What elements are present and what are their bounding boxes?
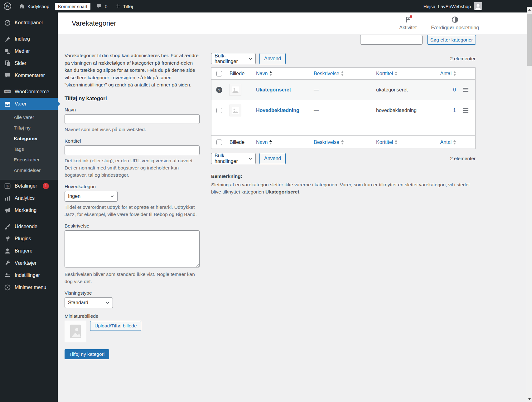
- vertical-scrollbar[interactable]: [527, 7, 532, 402]
- category-name-link[interactable]: Ukategoriseret: [256, 87, 291, 92]
- search-categories-button[interactable]: Søg efter kategorier: [427, 35, 476, 45]
- apply-button-bottom[interactable]: Anvend: [259, 153, 286, 164]
- sidebar-item-posts[interactable]: Indlæg: [0, 33, 58, 45]
- sidebar-item-marketing[interactable]: Marketing: [0, 204, 58, 216]
- default-category-help-icon[interactable]: ?: [216, 87, 222, 93]
- comment-count: 0: [105, 4, 107, 9]
- brush-icon: [4, 223, 11, 230]
- column-footer-description[interactable]: Beskrivelse: [311, 140, 374, 145]
- column-footer-count[interactable]: Antal: [439, 140, 457, 145]
- column-footer-image: Billede: [227, 140, 254, 145]
- upload-image-button[interactable]: Upload/Tilføj billede: [90, 321, 141, 331]
- sidebar-collapse-menu[interactable]: Minimer menu: [0, 281, 58, 293]
- scroll-down-arrow[interactable]: [527, 396, 532, 402]
- column-header-slug[interactable]: Korttitel: [374, 71, 439, 76]
- bulk-actions-select-bottom[interactable]: Bulk-handlinger: [211, 153, 256, 164]
- payments-icon: $: [4, 183, 11, 189]
- sort-arrows-icon: [453, 71, 456, 76]
- sort-arrows-icon: [341, 71, 344, 76]
- sidebar-item-appearance[interactable]: Udseende: [0, 220, 58, 233]
- chevron-down-icon: [110, 194, 114, 198]
- add-category-submit-button[interactable]: Tilføj ny kategori: [65, 349, 109, 359]
- sidebar-item-analytics[interactable]: Analytics: [0, 192, 58, 204]
- sort-arrows-icon: [395, 71, 397, 76]
- slug-input[interactable]: [65, 145, 200, 155]
- column-header-name[interactable]: Navn: [254, 71, 311, 76]
- parent-category-select[interactable]: Ingen: [65, 191, 118, 202]
- sidebar-item-label: Plugins: [15, 236, 31, 242]
- scroll-up-arrow[interactable]: [527, 7, 532, 12]
- category-count-link[interactable]: 1: [453, 108, 456, 113]
- sidebar-item-users[interactable]: Brugere: [0, 245, 58, 257]
- row-checkbox[interactable]: [216, 108, 222, 113]
- new-content-menu[interactable]: Tilføj: [111, 0, 137, 12]
- sidebar-item-label: Medier: [15, 48, 30, 54]
- user-greeting[interactable]: Hejsa, LavEnWebshop: [423, 4, 471, 9]
- sidebar-item-comments[interactable]: Kommentarer: [0, 69, 58, 81]
- table-header-row: Billede Navn Beskrivelse Korttitel Antal: [211, 68, 475, 80]
- form-heading: Tilføj ny kategori: [65, 96, 200, 102]
- sidebar-item-media[interactable]: Medier: [0, 45, 58, 57]
- submenu-tags[interactable]: Tags: [0, 144, 58, 154]
- search-input[interactable]: [360, 35, 423, 45]
- column-header-description[interactable]: Beskrivelse: [311, 71, 374, 76]
- category-description: —: [314, 108, 319, 113]
- name-input[interactable]: [65, 114, 200, 124]
- submenu-reviews[interactable]: Anmeldelser: [0, 165, 58, 176]
- activity-button[interactable]: Aktivitet: [399, 16, 417, 31]
- megaphone-icon: [4, 207, 11, 214]
- column-footer-slug[interactable]: Korttitel: [374, 140, 439, 145]
- sidebar-item-dashboard[interactable]: Kontrolpanel: [0, 17, 58, 29]
- description-textarea[interactable]: [65, 230, 200, 267]
- apply-button[interactable]: Anvend: [259, 53, 286, 64]
- submenu-add-new[interactable]: Tilføj ny: [0, 123, 58, 133]
- pages-icon: [4, 60, 11, 67]
- avatar[interactable]: [474, 2, 482, 10]
- deletion-note: Bemærkning: Sletning af en varekategori …: [211, 174, 473, 195]
- site-link[interactable]: Kodylshop: [15, 0, 53, 12]
- sidebar-item-woocommerce[interactable]: Woo WooCommerce: [0, 86, 58, 98]
- row-toggle-icon[interactable]: [463, 88, 468, 92]
- home-icon: [19, 3, 25, 9]
- display-type-label: Visningstype: [65, 290, 200, 296]
- item-count: 2 elementer: [450, 56, 476, 61]
- submenu-all-products[interactable]: Alle varer: [0, 112, 58, 123]
- sidebar-item-plugins[interactable]: Plugins: [0, 233, 58, 245]
- intro-text: Varekategorier til din shop kan administ…: [65, 52, 200, 89]
- sidebar-item-pages[interactable]: Sider: [0, 57, 58, 69]
- admin-bar: W Kodylshop Kommer snart 0 Tilføj Hejsa,…: [0, 0, 532, 12]
- bulk-actions-value: Bulk-handlinger: [215, 53, 249, 64]
- display-type-value: Standard: [68, 300, 88, 306]
- dashboard-icon: [4, 19, 11, 26]
- wrench-icon: [4, 260, 11, 267]
- sidebar-item-settings[interactable]: Indstillinger: [0, 269, 58, 281]
- comments-shortcut[interactable]: 0: [92, 0, 111, 12]
- name-help: Navnet som det vises på din websted.: [65, 126, 200, 133]
- display-type-select[interactable]: Standard: [65, 297, 113, 308]
- coming-soon-badge[interactable]: Kommer snart: [55, 3, 90, 10]
- description-help: Beskrivelsen bliver som standard ikke vi…: [65, 271, 200, 285]
- category-count-link[interactable]: 0: [453, 87, 456, 93]
- submenu-categories[interactable]: Kategorier: [0, 133, 58, 144]
- category-name-link[interactable]: Hovedbeklædning: [256, 108, 299, 113]
- sidebar-item-tools[interactable]: Værktøjer: [0, 257, 58, 269]
- sort-arrows-icon: [269, 140, 272, 145]
- sidebar-item-payments[interactable]: $ Betalinger 1: [0, 180, 58, 192]
- submenu-attributes[interactable]: Egenskaber: [0, 154, 58, 165]
- sidebar-item-label: Sider: [15, 61, 26, 66]
- sidebar-item-products[interactable]: Varer: [0, 98, 58, 110]
- row-toggle-icon[interactable]: [463, 108, 468, 113]
- scrollbar-thumb[interactable]: [527, 14, 532, 66]
- thumbnail-label: Miniaturebillede: [65, 313, 200, 319]
- category-slug: hovedbeklaedning: [376, 108, 417, 113]
- column-header-count[interactable]: Antal: [439, 71, 457, 76]
- select-all-checkbox[interactable]: [216, 140, 222, 145]
- select-all-checkbox[interactable]: [216, 71, 222, 76]
- finish-setup-button[interactable]: Færdiggør opsætning: [431, 16, 479, 31]
- column-footer-name[interactable]: Navn: [254, 140, 311, 145]
- wordpress-logo-menu[interactable]: W: [0, 0, 15, 12]
- bulk-actions-select[interactable]: Bulk-handlinger: [211, 53, 256, 64]
- main-content: Varekategorier Aktivitet Færdiggør opsæt…: [58, 12, 532, 402]
- user-icon: [4, 248, 11, 254]
- sort-arrows-icon: [341, 140, 344, 145]
